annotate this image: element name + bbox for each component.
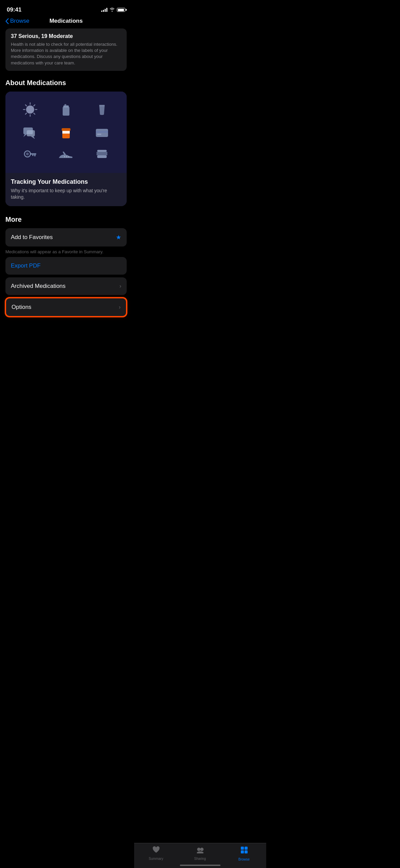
options-chevron-icon: › [119,304,121,310]
archived-medications-label: Archived Medications [11,283,66,290]
add-favorites-item[interactable]: Add to Favorites ★ [5,228,127,246]
svg-rect-26 [34,155,36,156]
svg-rect-27 [32,155,34,156]
svg-rect-33 [97,154,107,155]
bottle-icon [48,98,84,121]
svg-rect-25 [30,153,36,155]
svg-rect-22 [97,134,101,135]
card-icon [84,121,120,143]
about-medications-title: About Medications [5,79,127,87]
feature-card-desc: Why it's important to keep up with what … [11,188,121,201]
signal-bars-icon [101,8,107,12]
add-favorites-label: Add to Favorites [11,234,53,241]
interactions-desc: Health is not able to check for all pote… [11,41,121,66]
export-pdf-label: Export PDF [11,262,41,269]
archived-chevron-icon: › [120,283,121,289]
feature-card[interactable]: Tracking Your Medications Why it's impor… [5,92,127,206]
svg-point-24 [26,153,29,155]
svg-rect-9 [63,107,69,116]
svg-marker-16 [31,136,35,139]
svg-rect-32 [97,152,107,154]
scroll-content: 37 Serious, 19 Moderate Health is not ab… [0,28,132,353]
svg-line-7 [34,105,35,106]
shoe-icon [48,143,84,166]
svg-line-5 [25,105,27,106]
interactions-card: 37 Serious, 19 Moderate Health is not ab… [5,28,127,71]
svg-line-8 [25,113,27,115]
glass-icon [84,98,120,121]
svg-marker-14 [23,134,27,137]
chat-icon [12,121,48,143]
svg-rect-15 [27,130,35,136]
page-title: Medications [49,18,83,24]
add-favorites-subtitle: Medications will appear as a Favorite in… [5,249,127,257]
nav-bar: Browse Medications [0,15,132,28]
feature-card-title: Tracking Your Medications [11,178,121,185]
sun-icon [12,98,48,121]
status-bar: 09:41 [0,0,132,15]
interactions-title: 37 Serious, 19 Moderate [11,33,121,39]
wifi-icon [109,7,115,13]
status-time: 09:41 [7,6,21,13]
star-icon: ★ [116,234,121,241]
battery-icon [117,8,125,12]
svg-rect-19 [62,128,70,131]
export-pdf-item[interactable]: Export PDF [5,257,127,275]
svg-point-11 [64,104,66,105]
svg-rect-21 [96,131,108,133]
key-icon [12,143,48,166]
options-label: Options [12,304,31,311]
more-section-title: More [5,216,127,223]
back-button[interactable]: Browse [5,18,29,24]
feature-card-image [5,92,127,173]
svg-rect-31 [97,150,107,152]
status-icons [101,7,125,13]
options-item[interactable]: Options › [5,298,127,317]
svg-rect-10 [63,105,69,107]
pill-bottle-icon [48,121,84,143]
svg-rect-12 [99,105,105,106]
archived-medications-item[interactable]: Archived Medications › [5,277,127,295]
svg-line-6 [34,113,35,115]
feature-card-text: Tracking Your Medications Why it's impor… [5,173,127,206]
svg-rect-34 [97,155,107,158]
sandwich-icon [84,143,120,166]
svg-point-0 [26,105,34,114]
